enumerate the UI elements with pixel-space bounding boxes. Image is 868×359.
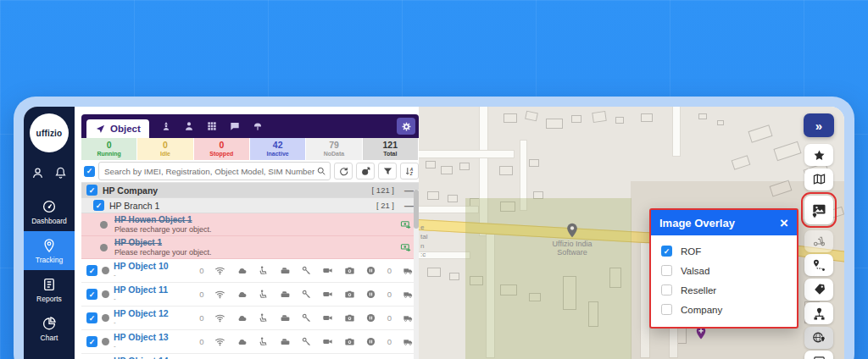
option-checkbox[interactable] xyxy=(661,284,672,295)
camera-icon[interactable] xyxy=(344,312,355,323)
videocam-icon[interactable] xyxy=(322,312,333,323)
map-layers-button[interactable] xyxy=(804,168,833,191)
routes-button[interactable] xyxy=(804,254,833,276)
option-checkbox[interactable] xyxy=(661,246,672,257)
image-overlay-button[interactable] xyxy=(804,196,833,224)
object-row[interactable]: HP Object 10-00 xyxy=(81,259,419,283)
record-icon[interactable] xyxy=(365,265,376,276)
object-row[interactable]: HP Object 13-00 xyxy=(81,330,419,354)
fullscreen-button[interactable] xyxy=(804,351,833,359)
collapse-icon[interactable]: — xyxy=(404,201,414,211)
sidebar-item-chart[interactable]: Chart xyxy=(24,309,75,348)
close-icon[interactable]: × xyxy=(780,216,788,230)
search-input[interactable] xyxy=(103,166,316,177)
videocam-icon[interactable] xyxy=(322,289,333,300)
overlay-option-reseller[interactable]: Reseller xyxy=(661,280,787,300)
refresh-button[interactable] xyxy=(334,163,353,180)
camera-icon[interactable] xyxy=(344,289,355,300)
status-stopped[interactable]: 0 Stopped xyxy=(194,138,250,160)
overlay-option-company[interactable]: Company xyxy=(661,300,787,319)
status-total[interactable]: 121 Total xyxy=(363,138,419,160)
option-checkbox[interactable] xyxy=(661,265,672,276)
option-checkbox[interactable] xyxy=(661,304,672,315)
key-icon[interactable] xyxy=(301,289,312,300)
app-logo[interactable]: uffizio xyxy=(30,113,69,152)
settings-button[interactable] xyxy=(397,118,415,135)
vehicle-icon[interactable] xyxy=(403,289,414,300)
traffic-button[interactable] xyxy=(804,230,833,252)
record-icon[interactable] xyxy=(365,289,376,300)
clustering-button[interactable] xyxy=(804,302,833,324)
videocam-icon[interactable] xyxy=(322,265,333,276)
tree-group-company[interactable]: HP Company [ 121 ] — xyxy=(81,183,419,198)
videocam-icon[interactable] xyxy=(322,336,333,347)
wifi-icon[interactable] xyxy=(214,289,225,300)
camera-icon[interactable] xyxy=(344,336,355,347)
cloud-icon[interactable] xyxy=(236,289,248,300)
sort-button[interactable]: AZ xyxy=(400,163,419,180)
status-idle[interactable]: 0 Idle xyxy=(137,138,193,160)
geofence-poi-button[interactable] xyxy=(804,327,833,349)
grid-tab-icon[interactable] xyxy=(206,120,218,132)
object-name[interactable]: HP Object 10 xyxy=(114,262,195,272)
object-name[interactable]: HP Object 11 xyxy=(114,285,195,295)
record-icon[interactable] xyxy=(365,336,376,347)
object-row[interactable]: HP Object 12-00 xyxy=(81,307,419,330)
group-checkbox[interactable] xyxy=(93,200,104,211)
seat-icon[interactable] xyxy=(258,289,269,300)
key-icon[interactable] xyxy=(301,265,312,276)
collapse-panel-button[interactable]: » xyxy=(804,113,834,137)
select-all-checkbox[interactable] xyxy=(84,166,95,177)
cloud-icon[interactable] xyxy=(236,265,248,276)
chat-tab-icon[interactable] xyxy=(229,120,241,132)
seat-icon[interactable] xyxy=(258,336,269,347)
sidebar-item-reports[interactable]: Reports xyxy=(24,270,75,309)
object-checkbox[interactable] xyxy=(86,289,97,300)
sidebar-item-dashboard[interactable]: Dashboard xyxy=(24,192,75,231)
seat-icon[interactable] xyxy=(258,265,269,276)
person-tab-icon[interactable] xyxy=(183,120,195,132)
group-checkbox[interactable] xyxy=(86,185,97,196)
follow-object-button[interactable] xyxy=(356,163,375,180)
recharge-icon[interactable] xyxy=(400,241,412,253)
vehicle-icon[interactable] xyxy=(403,312,414,323)
overlay-option-rof[interactable]: ROF xyxy=(661,241,787,261)
camera-icon[interactable] xyxy=(344,265,355,276)
recharge-icon[interactable] xyxy=(400,218,412,230)
driver-tab-icon[interactable] xyxy=(160,120,172,132)
cloud-icon[interactable] xyxy=(236,336,248,347)
vehicle-icon[interactable] xyxy=(403,265,414,276)
vehicle-icon[interactable] xyxy=(403,336,414,347)
user-icon[interactable] xyxy=(31,166,45,180)
object-name[interactable]: HP Object 13 xyxy=(114,333,195,343)
record-icon[interactable] xyxy=(365,312,376,323)
cloud-icon[interactable] xyxy=(236,312,248,323)
object-row[interactable]: HP Object 11-00 xyxy=(81,283,419,307)
favorites-button[interactable] xyxy=(804,144,833,166)
status-running[interactable]: 0 Running xyxy=(81,138,137,160)
seat-icon[interactable] xyxy=(258,312,269,323)
storage-icon[interactable] xyxy=(280,336,291,347)
expired-object-row[interactable]: HP Howen Object 1 Please recharge your o… xyxy=(81,213,419,236)
storage-icon[interactable] xyxy=(280,265,291,276)
wifi-icon[interactable] xyxy=(214,336,225,347)
object-checkbox[interactable] xyxy=(86,312,97,323)
object-row[interactable]: HP Object 14-00 xyxy=(81,354,419,359)
storage-icon[interactable] xyxy=(280,312,291,323)
collapse-icon[interactable]: — xyxy=(404,185,414,196)
status-inactive[interactable]: 42 Inactive xyxy=(250,138,306,160)
expired-object-row[interactable]: HP Object 1 Please recharge your object. xyxy=(81,236,419,259)
key-icon[interactable] xyxy=(301,312,312,323)
notifications-icon[interactable] xyxy=(53,166,68,180)
antenna-tab-icon[interactable] xyxy=(252,120,264,132)
search-icon[interactable] xyxy=(316,166,326,176)
storage-icon[interactable] xyxy=(280,289,291,300)
object-name[interactable]: HP Object 12 xyxy=(114,309,195,319)
key-icon[interactable] xyxy=(301,336,312,347)
wifi-icon[interactable] xyxy=(214,265,225,276)
tree-group-branch[interactable]: HP Branch 1 [ 21 ] — xyxy=(81,198,419,213)
sidebar-item-tracking[interactable]: Tracking xyxy=(24,231,75,270)
object-checkbox[interactable] xyxy=(86,336,97,347)
overlay-option-valsad[interactable]: Valsad xyxy=(661,261,787,280)
map-poi-uffizio[interactable]: Uffizio India Software xyxy=(546,222,598,257)
